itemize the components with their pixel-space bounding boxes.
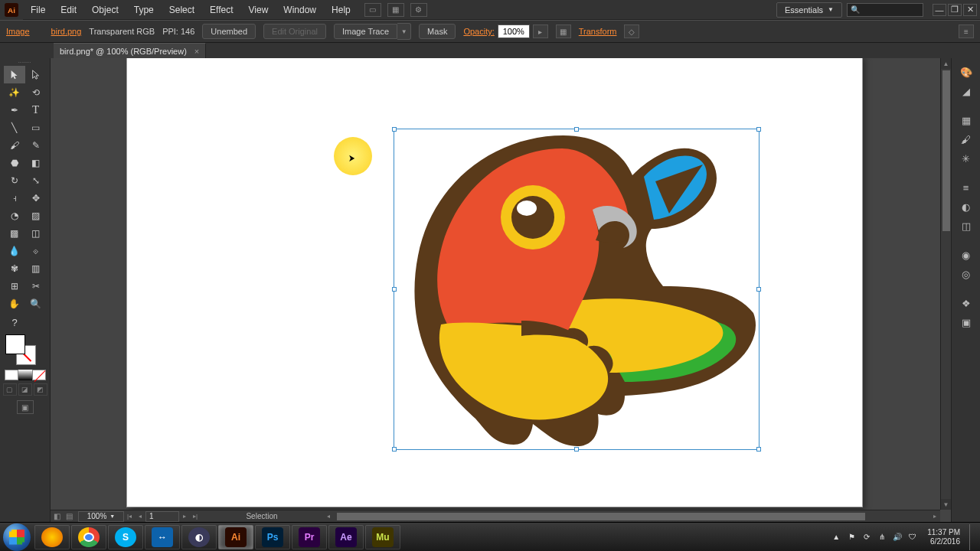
shape-builder-tool[interactable]: ◔ (4, 207, 25, 224)
handle-ne[interactable] (756, 127, 761, 132)
taskbar-muse[interactable]: Mu (365, 525, 400, 549)
taskbar-premiere[interactable]: Pr (292, 525, 327, 549)
stroke-panel-icon[interactable]: ≡ (956, 178, 977, 197)
tray-volume-icon[interactable]: 🔊 (892, 532, 903, 543)
edit-original-button[interactable]: Edit Original (263, 24, 326, 39)
arrange-docs-icon[interactable]: ▦ (387, 3, 404, 17)
line-tool[interactable]: ╲ (4, 119, 25, 136)
column-graph-tool[interactable]: ▥ (25, 259, 47, 277)
scroll-down-icon[interactable]: ▼ (941, 499, 951, 510)
unembed-button[interactable]: Unembed (202, 24, 256, 39)
taskbar-illustrator[interactable]: Ai (218, 525, 253, 549)
scale-tool[interactable]: ⤡ (25, 171, 47, 189)
tray-shield-icon[interactable]: 🛡 (907, 532, 918, 543)
artboard-number[interactable]: 1 (145, 511, 179, 522)
minimize-button[interactable]: — (933, 4, 946, 16)
color-panel-icon[interactable]: 🎨 (956, 63, 977, 81)
handle-nw[interactable] (392, 127, 397, 132)
hscroll-right-icon[interactable]: ▸ (929, 511, 940, 522)
vertical-scrollbar[interactable]: ▲ ▼ (940, 58, 951, 510)
selection-tool[interactable] (4, 66, 25, 83)
handle-w[interactable] (392, 287, 397, 292)
screen-mode-icon[interactable]: ▣ (17, 400, 34, 414)
prev-artboard-icon[interactable]: ◂ (135, 511, 145, 522)
tray-network-icon[interactable]: ⋔ (877, 532, 887, 543)
color-guide-icon[interactable]: ◢ (956, 82, 977, 100)
tray-flag-icon[interactable]: ⚑ (846, 532, 857, 543)
isolate-icon[interactable]: ◇ (624, 24, 639, 38)
mask-button[interactable]: Mask (419, 24, 456, 39)
opacity-label[interactable]: Opacity: (463, 27, 494, 36)
opacity-value[interactable]: 100% (498, 24, 530, 38)
taskbar-firefox[interactable] (34, 525, 70, 549)
image-trace-button[interactable]: Image Trace (334, 24, 397, 39)
color-mode-none[interactable] (32, 370, 46, 380)
help-tool-icon[interactable]: ? (4, 314, 25, 331)
graphic-styles-icon[interactable]: ◎ (956, 265, 977, 283)
pencil-tool[interactable]: ✎ (25, 136, 47, 154)
layers-panel-icon[interactable]: ❖ (956, 294, 977, 312)
start-button[interactable] (3, 523, 31, 551)
symbol-sprayer-tool[interactable]: ✾ (4, 259, 25, 277)
first-artboard-icon[interactable]: |◂ (124, 511, 135, 522)
menu-select[interactable]: Select (162, 0, 202, 20)
taskbar-clock[interactable]: 11:37 PM 6/2/2016 (927, 528, 960, 546)
linked-file-name[interactable]: bird.png (51, 27, 82, 36)
handle-se[interactable] (756, 447, 761, 452)
taskbar-app5[interactable]: ◐ (181, 525, 217, 549)
appearance-panel-icon[interactable]: ◉ (956, 246, 977, 264)
rectangle-tool[interactable]: ▭ (25, 119, 47, 136)
close-button[interactable]: ✕ (963, 4, 977, 16)
magic-wand-tool[interactable]: ✨ (4, 83, 25, 101)
next-artboard-icon[interactable]: ▸ (179, 511, 190, 522)
swatches-panel-icon[interactable]: ▦ (956, 111, 977, 129)
last-artboard-icon[interactable]: ▸| (190, 511, 201, 522)
hand-tool[interactable]: ✋ (4, 295, 25, 312)
pen-tool[interactable]: ✒ (4, 101, 25, 119)
search-input[interactable]: 🔍 (847, 3, 923, 17)
doc-setup-icon[interactable]: ▭ (364, 3, 381, 17)
hscroll-thumb[interactable] (337, 513, 865, 520)
zoom-level[interactable]: 100%▼ (78, 511, 124, 522)
canvas[interactable]: ➤ (51, 58, 951, 522)
vscroll-thumb[interactable] (942, 70, 950, 231)
color-mode-solid[interactable] (5, 370, 18, 380)
gradient-tool[interactable]: ◫ (25, 224, 47, 242)
menu-help[interactable]: Help (324, 0, 358, 20)
menu-view[interactable]: View (241, 0, 276, 20)
gradient-panel-icon[interactable]: ◐ (956, 197, 977, 216)
eraser-tool[interactable]: ◧ (25, 154, 47, 171)
image-trace-dropdown[interactable]: ▼ (397, 23, 411, 40)
artboard-tool[interactable]: ⊞ (4, 277, 25, 295)
symbols-panel-icon[interactable]: ✳ (956, 149, 977, 168)
brushes-panel-icon[interactable]: 🖌 (956, 130, 977, 148)
menu-file[interactable]: File (23, 0, 53, 20)
slice-tool[interactable]: ✂ (25, 277, 47, 295)
align-icon[interactable]: ▦ (556, 24, 571, 38)
rotate-tool[interactable]: ↻ (4, 171, 25, 189)
eyedropper-tool[interactable]: 💧 (4, 242, 25, 259)
artboards-panel-icon[interactable]: ▣ (956, 313, 977, 331)
zoom-tool[interactable]: 🔍 (25, 295, 47, 312)
color-mode-gradient[interactable] (18, 370, 32, 380)
paintbrush-tool[interactable]: 🖌 (4, 136, 25, 154)
draw-behind-icon[interactable]: ◪ (18, 383, 32, 396)
menu-edit[interactable]: Edit (53, 0, 84, 20)
lasso-tool[interactable]: ⟲ (25, 83, 47, 101)
show-desktop-button[interactable] (969, 524, 977, 550)
taskbar-teamviewer[interactable]: ↔ (145, 525, 180, 549)
scroll-up-icon[interactable]: ▲ (941, 58, 951, 69)
gpu-icon[interactable]: ⚙ (410, 3, 427, 17)
mesh-tool[interactable]: ▩ (4, 224, 25, 242)
perspective-grid-tool[interactable]: ▨ (25, 207, 47, 224)
taskbar-photoshop[interactable]: Ps (255, 525, 290, 549)
tray-sync-icon[interactable]: ⟳ (861, 532, 872, 543)
handle-sw[interactable] (392, 447, 397, 452)
fill-swatch[interactable] (5, 334, 25, 354)
type-tool[interactable]: T (25, 101, 47, 119)
handle-s[interactable] (574, 447, 579, 452)
status-icon-2[interactable]: ▤ (63, 511, 75, 522)
tab-close-icon[interactable]: × (194, 47, 199, 56)
blob-brush-tool[interactable]: ⬣ (4, 154, 25, 171)
blend-tool[interactable]: ⟐ (25, 242, 47, 259)
